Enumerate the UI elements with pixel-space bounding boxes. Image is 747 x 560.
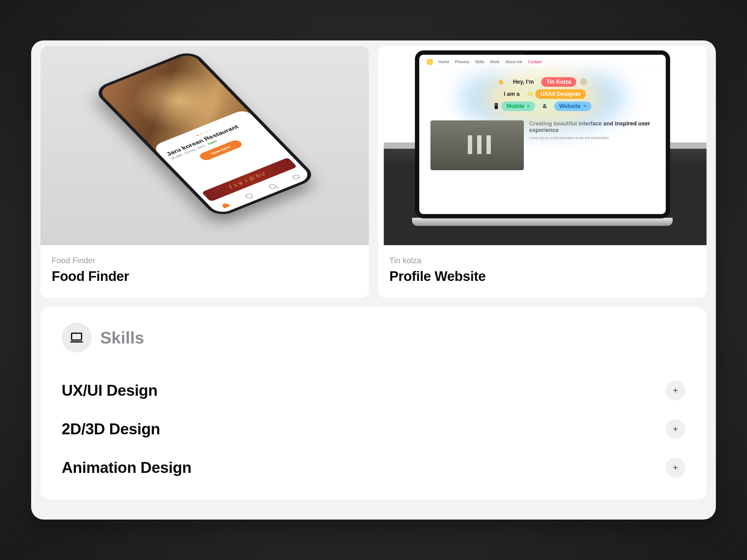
plus-icon: [672, 464, 679, 471]
expand-button[interactable]: [666, 380, 686, 400]
skill-name: UX/UI Design: [61, 381, 157, 399]
brand-icon: [427, 59, 433, 65]
projects-row: Jaru korean Restaurant $$-$$$ · Korean, …: [31, 41, 716, 298]
project-title: Profile Website: [389, 268, 695, 284]
skill-name: 2D/3D Design: [61, 420, 160, 438]
skill-row-animation[interactable]: Animation Design: [61, 448, 686, 487]
mock-section-body: Lorem ipsum small descriptive body text …: [530, 135, 654, 141]
plus-icon: [672, 425, 679, 433]
mock-navbar: Home Process Skills Work About me Contac…: [419, 55, 666, 69]
mock-cta-button: View more: [197, 139, 243, 161]
project-title: Food Finder: [52, 268, 358, 284]
sparkle-icon: ✨: [526, 91, 534, 97]
mock-bottom-nav: [209, 167, 312, 215]
search-icon: [267, 184, 277, 189]
expand-button[interactable]: [666, 458, 686, 478]
skills-header: Skills: [61, 323, 686, 352]
phone-mockup: Jaru korean Restaurant $$-$$$ · Korean, …: [92, 49, 317, 218]
skill-name: Animation Design: [61, 459, 191, 477]
skills-heading: Skills: [100, 328, 144, 347]
expand-button[interactable]: [666, 419, 686, 439]
skills-panel: Skills UX/UI Design 2D/3D Design Animati…: [41, 307, 706, 499]
project-meta: Tin kolza Profile Website: [378, 245, 706, 298]
mock-banner: ខ្មែរលំដាប់: [201, 157, 297, 202]
phone-icon: 📱: [493, 103, 499, 109]
project-thumbnail: Jaru korean Restaurant $$-$$$ · Korean, …: [41, 46, 369, 245]
project-card-food-finder[interactable]: Jaru korean Restaurant $$-$$$ · Korean, …: [41, 46, 369, 298]
user-icon: [291, 174, 300, 180]
location-icon: [244, 193, 253, 198]
svg-rect-0: [72, 333, 81, 340]
project-card-profile-website[interactable]: Home Process Skills Work About me Contac…: [378, 46, 706, 298]
skill-row-2d3d[interactable]: 2D/3D Design: [61, 410, 686, 448]
mock-photo: [431, 121, 524, 170]
portfolio-section: Jaru korean Restaurant $$-$$$ · Korean, …: [31, 41, 716, 519]
avatar-icon: [580, 78, 587, 85]
laptop-mockup: Home Process Skills Work About me Contac…: [415, 50, 670, 226]
laptop-icon: [61, 323, 92, 352]
plus-icon: [672, 387, 679, 394]
project-client: Food Finder: [52, 256, 358, 265]
project-thumbnail: Home Process Skills Work About me Contac…: [378, 46, 706, 245]
skill-row-uxui[interactable]: UX/UI Design: [61, 371, 686, 410]
home-icon: [221, 202, 230, 208]
wave-icon: 👋: [498, 79, 504, 85]
project-client: Tin kolza: [389, 256, 695, 265]
project-meta: Food Finder Food Finder: [41, 245, 369, 298]
